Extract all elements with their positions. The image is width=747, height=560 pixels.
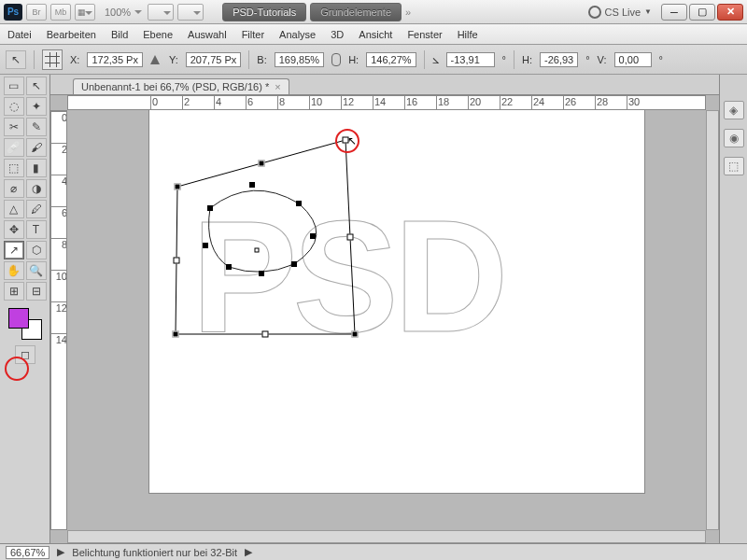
status-bar: 66,67% ▶ Belichtung funktioniert nur bei… xyxy=(0,543,747,560)
link-icon[interactable] xyxy=(331,53,341,66)
handle[interactable] xyxy=(347,234,354,241)
tool-21[interactable]: ⊟ xyxy=(26,282,47,301)
scrollbar-horizontal[interactable] xyxy=(67,530,706,543)
handle[interactable] xyxy=(352,331,359,338)
canvas[interactable]: PSD xyxy=(149,110,644,493)
tool-15[interactable]: T xyxy=(26,220,47,239)
canvas-viewport[interactable]: PSD xyxy=(67,110,706,530)
zoom-dropdown[interactable]: 100% xyxy=(99,4,144,21)
tool-20[interactable]: ⊞ xyxy=(4,282,24,301)
tool-17[interactable]: ⬡ xyxy=(26,241,47,259)
zoom-field[interactable]: 66,67% xyxy=(6,546,49,559)
status-message: Belichtung funktioniert nur bei 32-Bit xyxy=(72,547,237,558)
layers-panel-icon[interactable]: ◈ xyxy=(724,101,744,119)
close-button[interactable]: ✕ xyxy=(717,4,743,21)
menu-ansicht[interactable]: Ansicht xyxy=(359,29,392,40)
status-arrow-icon[interactable]: ▶ xyxy=(245,546,252,558)
tool-1[interactable]: ↖ xyxy=(26,77,47,95)
y-field[interactable]: 207,75 Px xyxy=(186,52,242,67)
tool-11[interactable]: ◑ xyxy=(26,179,47,198)
tool-7[interactable]: 🖌 xyxy=(26,138,47,157)
h2-field[interactable]: -26,93 xyxy=(540,52,578,67)
anchor[interactable] xyxy=(207,205,213,211)
w-field[interactable]: 169,85% xyxy=(275,52,324,67)
tool-3[interactable]: ✦ xyxy=(26,97,47,116)
h2-label: H: xyxy=(522,54,532,65)
ruler-vertical[interactable]: 02468101214 xyxy=(50,110,67,530)
anchor[interactable] xyxy=(203,243,208,248)
ruler-horizontal[interactable]: 024681012141618202224262830 xyxy=(67,95,706,110)
screenmode-dropdown[interactable] xyxy=(177,4,204,21)
tool-13[interactable]: 🖊 xyxy=(26,200,47,218)
status-play-icon[interactable]: ▶ xyxy=(57,546,64,558)
tool-preset[interactable]: ↖ xyxy=(6,50,26,69)
minibridge-button[interactable]: Mb xyxy=(50,4,71,21)
channels-panel-icon[interactable]: ◉ xyxy=(724,129,744,147)
anchor[interactable] xyxy=(291,261,297,267)
anchor[interactable] xyxy=(249,182,255,188)
deg1: ° xyxy=(502,54,506,65)
close-tab-icon[interactable]: × xyxy=(275,81,280,92)
minimize-button[interactable]: ─ xyxy=(661,4,687,21)
menu-filter[interactable]: Filter xyxy=(242,29,264,40)
workspace-tab-psd[interactable]: PSD-Tutorials xyxy=(222,3,306,21)
title-bar: Ps Br Mb ▦ 100% PSD-Tutorials Grundeleme… xyxy=(0,0,747,24)
menu-bild[interactable]: Bild xyxy=(111,29,128,40)
maximize-button[interactable]: ▢ xyxy=(689,4,715,21)
handle[interactable] xyxy=(173,331,179,338)
tool-12[interactable]: △ xyxy=(4,200,24,218)
view-mode-dropdown[interactable]: ▦ xyxy=(75,4,95,21)
tool-16[interactable]: ↗ xyxy=(4,241,24,259)
panel-dock: ◈ ◉ ⬚ xyxy=(719,75,747,543)
anchor[interactable] xyxy=(296,201,302,206)
cursor-icon: ↖ xyxy=(347,134,357,147)
tool-5[interactable]: ✎ xyxy=(26,118,47,136)
workspace-tab-grundelemente[interactable]: Grundelemente xyxy=(310,3,402,21)
menu-fenster[interactable]: Fenster xyxy=(407,29,442,40)
tool-6[interactable]: 🩹 xyxy=(4,138,24,157)
menu-auswahl[interactable]: Auswahl xyxy=(188,29,227,40)
v-field[interactable]: 0,00 xyxy=(614,52,652,67)
arrange-dropdown[interactable] xyxy=(148,4,174,21)
bridge-button[interactable]: Br xyxy=(26,4,47,21)
menu-bearbeiten[interactable]: Bearbeiten xyxy=(47,29,96,40)
tool-4[interactable]: ✂ xyxy=(4,118,24,136)
handle[interactable] xyxy=(259,161,265,167)
paths-panel-icon[interactable]: ⬚ xyxy=(724,157,744,175)
scrollbar-vertical[interactable] xyxy=(706,110,719,530)
menu-analyse[interactable]: Analyse xyxy=(279,29,316,40)
highlight-circle-toolbox xyxy=(5,357,29,381)
tool-14[interactable]: ✥ xyxy=(4,220,24,239)
tool-9[interactable]: ▮ xyxy=(26,159,47,177)
tool-18[interactable]: ✋ xyxy=(4,261,24,280)
handle[interactable] xyxy=(174,258,180,264)
angle-field[interactable]: -13,91 xyxy=(446,52,495,67)
document-tab[interactable]: Unbenannt-1 bei 66,7% (PSD, RGB/16) * × xyxy=(73,78,289,94)
handle[interactable] xyxy=(262,331,269,338)
anchor[interactable] xyxy=(226,264,232,270)
tool-19[interactable]: 🔍 xyxy=(26,261,47,280)
anchor[interactable] xyxy=(310,233,316,239)
tool-2[interactable]: ◌ xyxy=(4,97,24,116)
menu-datei[interactable]: Datei xyxy=(7,29,32,40)
workspace-more[interactable]: » xyxy=(405,7,411,18)
tool-8[interactable]: ⬚ xyxy=(4,159,24,177)
tool-10[interactable]: ⌀ xyxy=(4,179,24,198)
tool-0[interactable]: ▭ xyxy=(4,77,24,95)
center-pivot[interactable] xyxy=(255,248,260,253)
anchor[interactable] xyxy=(259,271,264,276)
menu-ebene[interactable]: Ebene xyxy=(143,29,173,40)
x-field[interactable]: 172,35 Px xyxy=(87,52,143,67)
menu-3d[interactable]: 3D xyxy=(331,29,344,40)
cs-live[interactable]: CS Live ▼ xyxy=(588,6,652,19)
menu-bar: Datei Bearbeiten Bild Ebene Auswahl Filt… xyxy=(0,24,747,45)
color-swatches[interactable] xyxy=(8,308,42,340)
menu-hilfe[interactable]: Hilfe xyxy=(458,29,478,40)
toolbox: ▭↖◌✦✂✎🩹🖌⬚▮⌀◑△🖊✥T↗⬡✋🔍⊞⊟ ◻ xyxy=(0,75,50,543)
foreground-color[interactable] xyxy=(8,308,29,329)
handle[interactable] xyxy=(175,184,181,190)
reference-point-icon[interactable] xyxy=(42,49,63,70)
h-field[interactable]: 146,27% xyxy=(366,52,416,67)
workspace: ▭↖◌✦✂✎🩹🖌⬚▮⌀◑△🖊✥T↗⬡✋🔍⊞⊟ ◻ Unbenannt-1 bei… xyxy=(0,75,747,543)
y-label: Y: xyxy=(169,54,178,65)
